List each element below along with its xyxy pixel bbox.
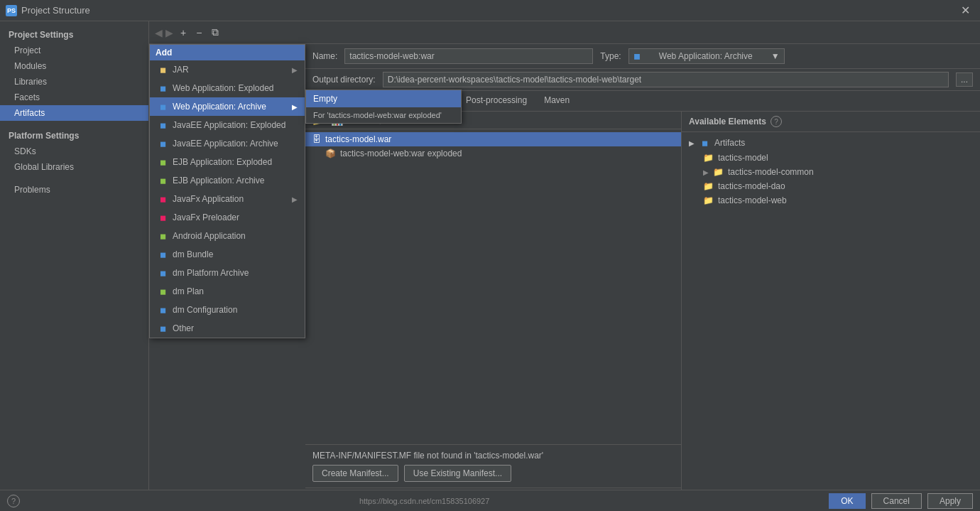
dropdown-item-javafx-preloader[interactable]: ◼ JavaFx Preloader	[150, 208, 305, 227]
nav-arrows: ◀ ▶	[155, 27, 173, 38]
javafx-arrow: ▶	[292, 195, 298, 203]
project-settings-title: Project Settings	[0, 27, 148, 43]
apply-button[interactable]: Apply	[927, 493, 973, 509]
footer-url: https://blog.csdn.net/cm15835106927	[359, 497, 489, 505]
tree-item-exploded-label: tactics-model-web:war exploded	[340, 149, 462, 158]
type-label: Type:	[600, 51, 621, 61]
name-label: Name:	[312, 51, 337, 61]
android-icon: ◼	[157, 230, 168, 242]
dropdown-item-web-exploded[interactable]: ◼ Web Application: Exploded	[150, 79, 305, 97]
available-header: Available Elements ?	[682, 112, 980, 132]
use-existing-manifest-button[interactable]: Use Existing Manifest...	[404, 465, 511, 482]
jar-icon: ◼	[157, 64, 168, 75]
remove-button[interactable]: −	[193, 26, 205, 40]
other-label: Other	[173, 323, 194, 333]
avail-item-tactics-model[interactable]: 📁 tactics-model	[682, 151, 980, 165]
close-button[interactable]: ✕	[957, 2, 974, 18]
platform-settings-title: Platform Settings	[0, 128, 148, 144]
ok-button[interactable]: OK	[829, 493, 865, 509]
sub-dropdown-for-exploded[interactable]: For 'tactics-model-web:war exploded'	[306, 107, 461, 123]
dropdown-item-javaee-exploded[interactable]: ◼ JavaEE Application: Exploded	[150, 116, 305, 134]
dropdown-item-dm-plan[interactable]: ◼ dm Plan	[150, 282, 305, 301]
help-icon[interactable]: ?	[771, 116, 782, 127]
back-button[interactable]: ◀	[155, 27, 163, 38]
dropdown-item-ejb-exploded[interactable]: ◼ EJB Application: Exploded	[150, 153, 305, 171]
type-icon: ◼	[633, 51, 641, 61]
app-icon: PS	[6, 5, 17, 16]
javaee-archive-icon: ◼	[157, 138, 168, 149]
avail-item-artifacts[interactable]: ▶ ◼ Artifacts	[682, 135, 980, 151]
sub-dropdown-empty[interactable]: Empty	[306, 90, 461, 107]
available-tree: ▶ ◼ Artifacts 📁 tactics-model ▶ 📁 tactic…	[682, 132, 980, 511]
name-type-row: Name: Type: ◼ Web Application: Archive ▼	[305, 44, 980, 69]
sidebar-item-modules[interactable]: Modules	[0, 58, 148, 74]
sidebar-item-artifacts[interactable]: Artifacts	[0, 105, 148, 121]
dm-platform-label: dm Platform Archive	[173, 268, 249, 278]
tab-post-processing[interactable]: Post-processing	[457, 91, 535, 111]
sidebar-item-problems[interactable]: Problems	[0, 182, 148, 198]
other-icon: ◼	[157, 323, 168, 334]
main-container: Project Settings Project Modules Librari…	[0, 21, 980, 511]
dropdown-item-web-archive[interactable]: ◼ Web Application: Archive ▶	[150, 97, 305, 116]
artifact-tree: 🗄 tactics-model.war 📦 tactics-model-web:…	[305, 129, 681, 444]
javafx-preloader-icon: ◼	[157, 212, 168, 223]
cancel-button[interactable]: Cancel	[871, 493, 922, 509]
web-exploded-label: Web Application: Exploded	[173, 83, 274, 93]
web-icon: 📁	[703, 195, 714, 205]
android-app-label: Android Application	[173, 231, 246, 241]
sidebar-item-global-libraries[interactable]: Global Libraries	[0, 159, 148, 175]
war-icon: 🗄	[312, 134, 321, 144]
available-panel: Available Elements ? ▶ ◼ Artifacts 📁 tac…	[682, 112, 980, 511]
tree-item-war[interactable]: 🗄 tactics-model.war	[305, 132, 681, 146]
sidebar-item-sdks[interactable]: SDKs	[0, 144, 148, 159]
warning-message: META-INF/MANIFEST.MF file not found in '…	[312, 451, 674, 461]
forward-button[interactable]: ▶	[165, 27, 173, 38]
copy-button[interactable]: ⧉	[209, 25, 222, 40]
web-archive-arrow: ▶	[292, 103, 298, 111]
jar-arrow: ▶	[292, 66, 298, 74]
type-value: Web Application: Archive	[659, 51, 753, 61]
web-archive-label: Web Application: Archive	[173, 102, 266, 112]
tactics-model-common-label: tactics-model-common	[728, 167, 814, 177]
avail-item-tactics-model-dao[interactable]: 📁 tactics-model-dao	[682, 179, 980, 193]
dm-plan-label: dm Plan	[173, 286, 204, 296]
output-dir-label: Output directory:	[312, 75, 376, 85]
sidebar-item-libraries[interactable]: Libraries	[0, 74, 148, 90]
dropdown-item-javafx-app[interactable]: ◼ JavaFx Application ▶	[150, 190, 305, 208]
tree-item-exploded[interactable]: 📦 tactics-model-web:war exploded	[305, 146, 681, 161]
sidebar-item-facets[interactable]: Facets	[0, 90, 148, 105]
dropdown-item-dm-config[interactable]: ◼ dm Configuration	[150, 301, 305, 319]
dropdown-item-ejb-archive[interactable]: ◼ EJB Application: Archive	[150, 171, 305, 190]
content-area: ◀ ▶ + − ⧉ Add ◼ JAR ▶ ◼ Web Application:…	[149, 21, 980, 511]
dropdown-item-android-app[interactable]: ◼ Android Application	[150, 227, 305, 245]
dropdown-item-dm-platform[interactable]: ◼ dm Platform Archive	[150, 264, 305, 282]
tree-item-war-label: tactics-model.war	[325, 134, 391, 144]
web-archive-icon: ◼	[157, 101, 168, 112]
browse-button[interactable]: ...	[956, 72, 973, 87]
dropdown-item-other[interactable]: ◼ Other	[150, 319, 305, 338]
tab-maven[interactable]: Maven	[535, 91, 578, 111]
dm-bundle-icon: ◼	[157, 249, 168, 260]
dropdown-item-javaee-archive[interactable]: ◼ JavaEE Application: Archive	[150, 134, 305, 153]
avail-item-tactics-model-common[interactable]: ▶ 📁 tactics-model-common	[682, 165, 980, 179]
tactics-model-dao-label: tactics-model-dao	[718, 181, 785, 191]
avail-item-tactics-model-web[interactable]: 📁 tactics-model-web	[682, 193, 980, 208]
tactics-model-icon: 📁	[703, 153, 714, 163]
ejb-exploded-icon: ◼	[157, 156, 168, 168]
add-button[interactable]: +	[178, 26, 189, 40]
name-input[interactable]	[344, 48, 593, 64]
dropdown-item-jar[interactable]: ◼ JAR ▶	[150, 60, 305, 79]
type-select[interactable]: ◼ Web Application: Archive ▼	[628, 48, 785, 64]
dm-platform-icon: ◼	[157, 267, 168, 279]
javaee-exploded-label: JavaEE Application: Exploded	[173, 120, 285, 130]
dropdown-item-dm-bundle[interactable]: ◼ dm Bundle	[150, 245, 305, 264]
dm-config-icon: ◼	[157, 304, 168, 316]
question-icon[interactable]: ?	[7, 495, 20, 507]
sidebar-item-project[interactable]: Project	[0, 43, 148, 58]
jar-label: JAR	[173, 65, 189, 75]
output-dir-input[interactable]	[383, 72, 949, 87]
add-dropdown: Add ◼ JAR ▶ ◼ Web Application: Exploded …	[149, 44, 305, 338]
middle-area: 📁 📊 + − ⚙ ▲ ▼ 🗄 tactics-model.war 📦 t	[305, 112, 980, 511]
tactics-model-label: tactics-model	[718, 153, 768, 163]
create-manifest-button[interactable]: Create Manifest...	[312, 465, 398, 482]
